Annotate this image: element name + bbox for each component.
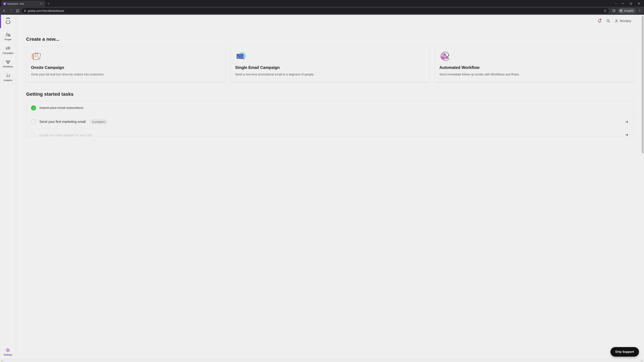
create-cards-row: Onsite Campaign Grow your list and turn … <box>26 46 634 82</box>
favicon-icon <box>3 2 6 5</box>
tabs-dropdown-button[interactable] <box>613 1 618 6</box>
card-desc: Grow your list and turn drive-by visitor… <box>31 72 221 77</box>
card-desc: Send immediate follow-up emails with Wor… <box>440 72 629 77</box>
svg-point-7 <box>640 9 640 10</box>
task-label: Send your first marketing email <box>40 120 86 124</box>
svg-point-10 <box>6 18 8 19</box>
card-title: Onsite Campaign <box>31 65 221 70</box>
svg-marker-12 <box>8 17 8 18</box>
notifications-button[interactable] <box>597 18 602 23</box>
task-status-empty-icon <box>31 119 36 124</box>
create-heading: Create a new... <box>26 36 634 42</box>
search-button[interactable] <box>606 18 611 23</box>
task-go-button[interactable] <box>619 129 634 137</box>
svg-line-31 <box>7 73 7 74</box>
svg-rect-23 <box>6 61 8 62</box>
window-controls <box>613 0 644 6</box>
svg-rect-39 <box>33 54 38 60</box>
task-badge: In progress <box>90 119 107 124</box>
sidebar-item-people[interactable]: People <box>0 30 16 44</box>
lock-icon <box>24 9 26 12</box>
task-go-button[interactable] <box>619 115 634 129</box>
svg-point-11 <box>9 18 10 19</box>
svg-line-20 <box>10 46 10 47</box>
sidebar-item-label: Settings <box>4 354 12 356</box>
svg-rect-1 <box>630 3 632 4</box>
profile-incognito-button[interactable]: Incognito <box>618 8 636 13</box>
horizontal-scrollbar[interactable]: ◄ ► <box>0 359 644 362</box>
svg-rect-25 <box>7 62 9 63</box>
tab-strip: Dashboard · Drip ✕ ＋ <box>0 0 644 7</box>
scroll-right-arrow[interactable]: ► <box>640 360 644 362</box>
drip-logo[interactable] <box>4 17 12 24</box>
window-close-button[interactable] <box>635 1 643 6</box>
close-tab-button[interactable]: ✕ <box>40 2 43 5</box>
task-label: Install our code snippet on your site <box>40 133 92 137</box>
browser-toolbar: getdrip.com/7641396/dashboard Incognito <box>0 7 644 15</box>
url-text: getdrip.com/7641396/dashboard <box>28 9 602 12</box>
sidebar-item-label: Campaigns <box>2 52 14 54</box>
side-panel-button[interactable] <box>611 8 617 13</box>
address-bar[interactable]: getdrip.com/7641396/dashboard <box>22 8 609 13</box>
svg-marker-4 <box>604 9 606 12</box>
card-automated-workflow[interactable]: Automated Workflow Send immediate follow… <box>434 46 634 82</box>
svg-rect-24 <box>8 61 10 62</box>
support-label: Drip Support <box>616 350 634 354</box>
left-rail: People Campaigns Workflows Analytics Set… <box>0 15 16 359</box>
scroll-left-arrow[interactable]: ◄ <box>0 360 4 362</box>
svg-rect-48 <box>446 56 448 58</box>
svg-line-22 <box>10 49 10 49</box>
card-single-email-campaign[interactable]: Single Email Campaign Send a one-time pr… <box>230 46 430 82</box>
svg-point-34 <box>607 19 609 22</box>
task-row[interactable]: Install our code snippet on your site <box>26 129 634 137</box>
back-button[interactable] <box>1 8 7 13</box>
svg-point-36 <box>616 19 617 21</box>
sidebar-item-campaigns[interactable]: Campaigns <box>0 44 16 57</box>
svg-line-32 <box>8 74 8 74</box>
svg-line-35 <box>609 22 610 22</box>
sidebar-item-analytics[interactable]: Analytics <box>0 71 16 84</box>
app-topbar: Moodjoy <box>597 18 631 23</box>
browser-chrome: Dashboard · Drip ✕ ＋ <box>0 0 644 15</box>
incognito-label: Incognito <box>624 9 634 12</box>
card-onsite-campaign[interactable]: Onsite Campaign Grow your list and turn … <box>26 46 226 82</box>
task-row[interactable]: Send your first marketing email In progr… <box>26 115 634 129</box>
new-tab-button[interactable]: ＋ <box>45 0 52 7</box>
svg-rect-0 <box>622 3 624 4</box>
support-button[interactable]: Drip Support <box>610 347 639 357</box>
card-desc: Send a one-time promotional email to a s… <box>235 72 425 77</box>
sidebar-item-settings[interactable]: Settings <box>0 346 16 359</box>
window-minimize-button[interactable] <box>619 1 626 6</box>
tab-title: Dashboard · Drip <box>8 2 38 5</box>
sidebar-item-label: People <box>4 38 11 41</box>
svg-point-45 <box>440 53 447 60</box>
username-label: Moodjoy <box>620 19 631 23</box>
tasks-heading: Getting started tasks <box>26 91 634 97</box>
toolbar-right: Incognito <box>610 8 643 13</box>
incognito-icon <box>619 9 623 13</box>
single-email-icon <box>235 51 247 61</box>
svg-point-15 <box>6 33 8 35</box>
onsite-campaign-icon <box>31 51 43 61</box>
task-status-empty-icon <box>31 133 36 137</box>
reload-button[interactable] <box>15 8 20 13</box>
browser-tab[interactable]: Dashboard · Drip ✕ <box>1 1 45 7</box>
task-status-done-icon <box>31 105 36 110</box>
card-title: Automated Workflow <box>440 65 629 70</box>
automated-workflow-icon <box>440 51 451 61</box>
main-content: Moodjoy Create a new... Onsite Campaign … <box>16 15 644 359</box>
sidebar-item-workflows[interactable]: Workflows <box>0 57 16 71</box>
task-row[interactable]: Import your email subscribers <box>26 101 634 115</box>
svg-point-14 <box>9 20 10 21</box>
tasks-list: Import your email subscribers Send your … <box>26 101 634 137</box>
window-maximize-button[interactable] <box>627 1 634 6</box>
svg-point-9 <box>640 11 640 12</box>
svg-point-13 <box>6 20 7 21</box>
svg-line-19 <box>6 49 7 50</box>
browser-menu-button[interactable] <box>637 8 643 13</box>
card-title: Single Email Campaign <box>235 65 425 70</box>
user-menu[interactable]: Moodjoy <box>614 19 631 23</box>
app-viewport: People Campaigns Workflows Analytics Set… <box>0 15 644 359</box>
bookmark-button[interactable] <box>604 9 606 12</box>
forward-button[interactable] <box>8 8 14 13</box>
